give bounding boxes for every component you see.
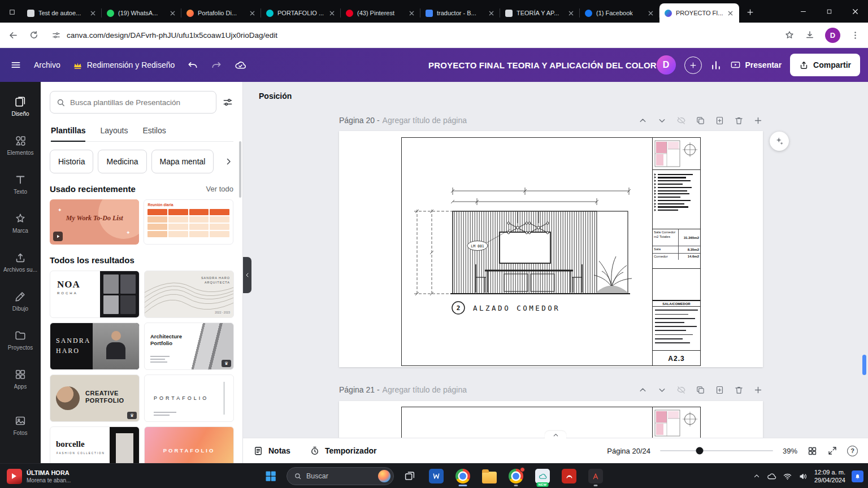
reload-button[interactable] — [29, 30, 39, 40]
duplicate-page-button[interactable] — [696, 385, 705, 395]
sidebar-item-photos[interactable]: Fotos — [2, 407, 38, 444]
tab-estilos[interactable]: Estilos — [143, 121, 166, 141]
timer-button[interactable]: Temporizador — [310, 446, 377, 456]
zoom-percent[interactable]: 39% — [783, 447, 797, 455]
address-bar[interactable]: canva.com/design/DAFvrh-phJU/ufu1lx5coaw… — [49, 30, 774, 40]
back-button[interactable] — [8, 30, 19, 41]
template-creative-portfolio[interactable]: CREATIVE PORTFOLIO ♛ — [50, 374, 140, 422]
sidebar-item-uploads[interactable]: Archivos su... — [2, 243, 38, 281]
chrome-profile-button[interactable] — [505, 465, 527, 487]
help-button[interactable]: ? — [847, 446, 858, 456]
delete-page-button[interactable] — [734, 385, 744, 395]
url-text[interactable]: canva.com/design/DAFvrh-phJU/ufu1lx5coaw… — [67, 31, 277, 40]
page-20[interactable]: LM 001 — [339, 131, 763, 367]
template-portafolio-minimal[interactable]: PORTAFOLIO — [144, 374, 234, 422]
present-button[interactable]: Presentar — [730, 60, 782, 71]
template-sandra-waves[interactable]: SANDRA HARO ARQUITECTA 2022 - 2023 — [144, 271, 234, 318]
drawing-sheet[interactable]: LM 001 — [401, 137, 701, 366]
template-architecture-portfolio[interactable]: Architecture Portfolio ♛ — [144, 323, 234, 370]
template-sandra-photo[interactable]: SANDRA HARO — [50, 323, 140, 370]
hide-page-button[interactable] — [676, 385, 686, 395]
sidebar-item-projects[interactable]: Proyectos — [2, 321, 38, 359]
browser-tab[interactable]: (43) Pinterest — [341, 3, 420, 23]
bookmark-star-icon[interactable] — [784, 30, 795, 40]
browser-tab[interactable]: (19) WhatsA... — [102, 3, 181, 23]
move-page-down-button[interactable] — [657, 116, 667, 125]
filter-icon[interactable] — [222, 97, 233, 108]
word-app-button[interactable] — [426, 465, 447, 487]
autocad-app-button[interactable] — [585, 465, 606, 487]
onedrive-icon[interactable] — [767, 472, 776, 481]
add-page-button[interactable] — [753, 116, 763, 125]
user-avatar[interactable]: D — [657, 55, 676, 75]
volume-icon[interactable] — [798, 472, 808, 481]
template-borcelle-fashion[interactable]: borcelle FASHION COLLECTION — [50, 426, 140, 463]
new-tab-button[interactable] — [743, 5, 757, 19]
page-title-placeholder[interactable]: Agregar título de página — [383, 116, 467, 125]
invite-member-button[interactable] — [684, 56, 702, 74]
start-button[interactable] — [260, 465, 281, 487]
share-button[interactable]: Compartir — [790, 54, 860, 76]
notifications-button[interactable] — [852, 470, 863, 482]
redo-button[interactable] — [211, 59, 222, 71]
hide-page-button[interactable] — [676, 116, 686, 125]
close-tab-icon[interactable] — [647, 10, 654, 17]
file-explorer-button[interactable] — [479, 465, 500, 487]
sidebar-item-apps[interactable]: Apps — [2, 360, 38, 398]
downloads-icon[interactable] — [805, 30, 815, 40]
sidebar-item-elements[interactable]: Elementos — [2, 127, 38, 164]
add-page-file-button[interactable] — [715, 385, 724, 395]
close-tab-icon[interactable] — [328, 10, 336, 17]
zoom-slider[interactable] — [660, 450, 773, 451]
browser-menu-icon[interactable] — [850, 30, 860, 40]
template-search-box[interactable] — [50, 91, 216, 114]
see-all-link[interactable]: Ver todo — [206, 185, 233, 193]
close-tab-icon[interactable] — [89, 10, 97, 17]
close-tab-icon[interactable] — [169, 10, 176, 17]
page-indicator[interactable]: Página 20/24 — [607, 447, 650, 455]
canva-assistant-button[interactable] — [770, 132, 789, 151]
new-app-button[interactable]: NEW — [532, 465, 553, 487]
undo-button[interactable] — [187, 59, 198, 71]
luminaire-tag[interactable]: LM 001 — [471, 244, 484, 249]
notes-button[interactable]: Notas — [253, 446, 290, 456]
acrobat-app-button[interactable] — [558, 465, 580, 487]
close-tab-icon[interactable] — [249, 10, 256, 17]
file-menu-button[interactable]: Archivo — [34, 60, 60, 69]
tab-layouts[interactable]: Layouts — [100, 121, 128, 141]
page-title-placeholder[interactable]: Agregar título de página — [383, 385, 467, 394]
delete-page-button[interactable] — [734, 116, 744, 125]
browser-tab[interactable]: PORTAFOLIO ... — [261, 3, 341, 23]
chips-next-icon[interactable] — [223, 156, 233, 167]
close-tab-icon[interactable] — [408, 10, 415, 17]
expand-pages-panel-button[interactable] — [545, 431, 566, 439]
title-block[interactable] — [652, 407, 700, 438]
sidebar-item-brand[interactable]: Marca — [2, 204, 38, 242]
browser-tab[interactable]: TEORÍA Y AP... — [500, 3, 580, 23]
callout-number[interactable]: 2 — [457, 304, 461, 312]
close-tab-icon[interactable] — [567, 10, 575, 17]
panel-scrollbar[interactable] — [239, 141, 241, 198]
zoom-slider-knob[interactable] — [696, 447, 703, 455]
move-page-down-button[interactable] — [657, 385, 667, 395]
search-input[interactable] — [70, 98, 210, 107]
fullscreen-button[interactable] — [827, 446, 837, 456]
move-page-up-button[interactable] — [638, 385, 648, 395]
callout-title[interactable]: ALZADO COMEDOR — [473, 304, 560, 312]
taskbar-clock[interactable]: 12:09 a. m. 29/04/2024 — [814, 468, 845, 485]
title-block[interactable]: Sala Comedor m2 Totales31.365m2 Sala8.35… — [652, 138, 700, 365]
sidebar-item-text[interactable]: Texto — [2, 165, 38, 203]
add-page-file-button[interactable] — [715, 116, 724, 125]
document-title[interactable]: PROYECTO FINAL TEORIA Y APLICACIÓN DEL C… — [428, 48, 657, 82]
close-tab-icon[interactable] — [727, 10, 734, 17]
chrome-app-button[interactable] — [452, 465, 474, 487]
chip-medicina[interactable]: Medicina — [98, 150, 146, 173]
close-tab-icon[interactable] — [488, 10, 495, 17]
browser-tab[interactable]: Portafolio Di... — [181, 3, 261, 23]
site-info-icon[interactable] — [51, 30, 61, 40]
tab-plantillas[interactable]: Plantillas — [51, 121, 85, 142]
template-noa-rocha[interactable]: NOA ROCHA — [50, 271, 140, 318]
hamburger-menu-icon[interactable] — [10, 59, 21, 71]
minimize-window-button[interactable] — [790, 0, 816, 23]
browser-tab[interactable]: traductor - B... — [420, 3, 500, 23]
